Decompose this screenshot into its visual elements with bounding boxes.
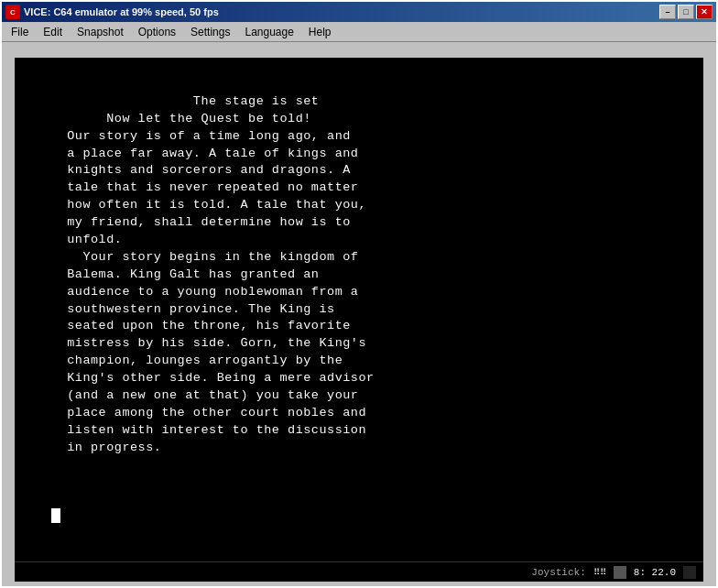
story-text: The stage is set Now let the Quest be to… [51, 94, 375, 454]
close-button[interactable]: ✕ [696, 5, 713, 19]
menu-file[interactable]: File [4, 22, 36, 41]
menu-options[interactable]: Options [131, 22, 183, 41]
color-square [683, 566, 696, 579]
status-bar: Joystick: ⠿⠿ 8: 22.0 [15, 561, 703, 582]
menu-help[interactable]: Help [301, 22, 339, 41]
menu-edit[interactable]: Edit [36, 22, 70, 41]
menu-snapshot[interactable]: Snapshot [70, 22, 131, 41]
c64-text-content: The stage is set Now let the Quest be to… [15, 58, 703, 561]
joystick-indicator: ⠿⠿ [593, 567, 606, 578]
screen-container: The stage is set Now let the Quest be to… [2, 42, 716, 586]
menu-settings[interactable]: Settings [183, 22, 237, 41]
screen-position: 8: 22.0 [634, 567, 676, 578]
text-cursor [51, 508, 60, 523]
minimize-button[interactable]: – [659, 5, 676, 19]
window-controls: – □ ✕ [659, 5, 713, 19]
window-title: VICE: C64 emulator at 99% speed, 50 fps [24, 6, 659, 17]
joystick-square [614, 566, 626, 579]
joystick-label: Joystick: [531, 567, 585, 578]
menubar: File Edit Snapshot Options Settings Lang… [2, 22, 716, 42]
menu-language[interactable]: Language [237, 22, 300, 41]
app-window: C VICE: C64 emulator at 99% speed, 50 fp… [0, 0, 718, 588]
maximize-button[interactable]: □ [678, 5, 694, 19]
app-icon: C [5, 5, 20, 19]
titlebar: C VICE: C64 emulator at 99% speed, 50 fp… [2, 2, 716, 22]
app-icon-letter: C [10, 8, 16, 16]
c64-screen[interactable]: The stage is set Now let the Quest be to… [15, 58, 703, 571]
